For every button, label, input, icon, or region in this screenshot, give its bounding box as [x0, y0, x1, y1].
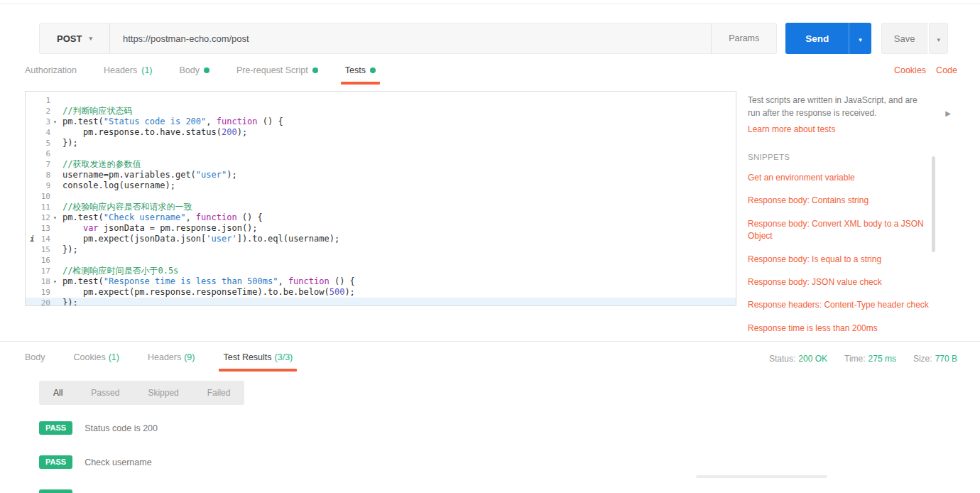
fold-arrow-icon[interactable]: ▾ — [50, 117, 60, 127]
code-line: 19 pm.expect(pm.response.responseTime).t… — [26, 287, 736, 298]
code-text: pm.response.to.have.status(200); — [60, 127, 247, 138]
line-gutter: 20 — [26, 298, 60, 306]
code-text: pm.test("Response time is less than 500m… — [60, 276, 355, 287]
code-line: 17//检测响应时间是否小于0.5s — [26, 266, 736, 276]
green-dot-icon — [312, 67, 318, 73]
active-tab-underline — [219, 369, 297, 372]
filter-all[interactable]: All — [39, 381, 77, 405]
meta-value: 770 B — [935, 354, 957, 364]
line-gutter: 16 — [26, 255, 60, 266]
code-text: //获取发送的参数值 — [60, 159, 141, 170]
response-tab-test-results[interactable]: Test Results(3/3) — [223, 352, 293, 372]
top-divider — [0, 4, 980, 4]
tab-headers[interactable]: Headers(1) — [104, 65, 153, 85]
line-gutter: 11 — [26, 202, 60, 212]
url-input[interactable]: https://postman-echo.com/post — [110, 23, 711, 53]
snippets-scrollbar-thumb[interactable] — [932, 156, 935, 252]
method-dropdown[interactable]: POST ▾ — [40, 23, 110, 53]
send-dropdown-button[interactable]: ▾ — [849, 23, 871, 54]
green-dot-icon — [204, 67, 209, 73]
code-line: 20}); — [26, 298, 736, 306]
line-number: 4 — [45, 127, 50, 138]
tab-count-badge: (1) — [109, 352, 119, 362]
line-number: 6 — [45, 148, 50, 159]
snippet-link[interactable]: Get an environment variable — [748, 172, 930, 184]
tab-label: Body — [180, 65, 200, 75]
tab-pre-request-script[interactable]: Pre-request Script — [236, 65, 318, 85]
snippet-link[interactable]: Response body: Is equal to a string — [748, 254, 930, 266]
fold-arrow-icon[interactable]: ▾ — [50, 212, 60, 223]
snippets-list: Get an environment variableResponse body… — [748, 172, 930, 335]
code-text: console.log(username); — [60, 180, 175, 191]
tab-tests[interactable]: Tests — [345, 65, 376, 85]
code-line: 2//判断响应状态码 — [26, 106, 736, 117]
save-button[interactable]: Save — [881, 23, 928, 54]
line-gutter: 18▾ — [26, 276, 60, 287]
code-link[interactable]: Code — [936, 65, 957, 75]
line-gutter: 6 — [26, 148, 60, 159]
collapse-panel-icon[interactable]: ▶ — [945, 109, 951, 117]
line-number: 9 — [45, 180, 50, 191]
line-gutter: 2 — [26, 106, 60, 117]
tests-side-panel: Test scripts are written in JavaScript, … — [748, 91, 955, 335]
tests-code-editor[interactable]: 12//判断响应状态码3▾pm.test("Status code is 200… — [25, 91, 736, 306]
filter-skipped[interactable]: Skipped — [134, 381, 192, 405]
code-text: }); — [60, 138, 78, 148]
filter-passed[interactable]: Passed — [77, 381, 134, 405]
code-line: 3▾pm.test("Status code is 200", function… — [26, 117, 736, 127]
tab-authorization[interactable]: Authorization — [25, 65, 77, 85]
code-line: i14 pm.expect(jsonData.json['user']).to.… — [26, 234, 736, 244]
snippet-link[interactable]: Response body: Contains string — [748, 195, 930, 207]
lint-info-icon: i — [30, 234, 35, 244]
line-number: 14 — [41, 234, 50, 244]
code-text — [60, 191, 62, 202]
response-tabs: BodyCookies(1)Headers(9)Test Results(3/3… — [25, 352, 321, 372]
send-button[interactable]: Send — [785, 23, 849, 54]
tab-count-badge: (9) — [184, 352, 195, 362]
code-line: 7//获取发送的参数值 — [26, 159, 736, 170]
test-results-list: PASSStatus code is 200PASSCheck username… — [39, 421, 980, 493]
line-number: 20 — [41, 298, 50, 306]
code-line: 16 — [26, 255, 736, 266]
response-tab-body[interactable]: Body — [25, 352, 45, 372]
code-text: //校验响应内容是否和请求的一致 — [60, 202, 192, 212]
snippet-link[interactable]: Response body: Convert XML body to a JSO… — [748, 218, 930, 243]
tab-label: Headers — [148, 352, 181, 362]
line-number: 7 — [45, 159, 50, 170]
tab-label: Tests — [345, 65, 366, 75]
test-result-row: PASSResponse time is less than 500ms — [39, 489, 980, 493]
code-text: var jsonData = pm.response.json(); — [60, 223, 258, 234]
horizontal-scrollbar-thumb[interactable] — [696, 475, 827, 478]
cookies-link[interactable]: Cookies — [894, 65, 926, 75]
learn-more-link[interactable]: Learn more about tests — [748, 124, 835, 134]
green-dot-icon — [370, 67, 376, 73]
snippet-link[interactable]: Response headers: Content-Type header ch… — [748, 299, 930, 311]
tab-body[interactable]: Body — [180, 65, 210, 85]
line-number: 15 — [41, 244, 50, 255]
request-tabs-bar: AuthorizationHeaders(1)BodyPre-request S… — [25, 65, 957, 85]
line-gutter: 1 — [26, 95, 60, 106]
code-text: }); — [60, 244, 78, 255]
snippet-link[interactable]: Response time is less than 200ms — [748, 323, 930, 335]
fold-arrow-icon[interactable]: ▾ — [50, 276, 60, 287]
code-text: }); — [60, 298, 78, 306]
snippet-link[interactable]: Response body: JSON value check — [748, 276, 930, 288]
code-text: pm.expect(pm.response.responseTime).to.b… — [60, 287, 355, 298]
params-button[interactable]: Params — [711, 23, 776, 53]
chevron-down-icon: ▾ — [859, 36, 862, 43]
line-gutter: 12▾ — [26, 212, 60, 223]
meta-label: Time: — [844, 354, 866, 364]
request-tab-links: Cookies Code — [894, 65, 957, 75]
code-text: pm.test("Check username", function () { — [60, 212, 263, 223]
response-tab-cookies[interactable]: Cookies(1) — [74, 352, 119, 372]
tab-label: Test Results — [223, 352, 271, 362]
line-number: 1 — [45, 95, 50, 106]
save-dropdown-button[interactable]: ▾ — [929, 23, 948, 54]
test-result-row: PASSStatus code is 200 — [39, 421, 980, 435]
filter-failed[interactable]: Failed — [193, 381, 245, 405]
pass-badge: PASS — [39, 455, 72, 469]
code-line: 4 pm.response.to.have.status(200); — [26, 127, 736, 138]
response-tab-headers[interactable]: Headers(9) — [148, 352, 195, 372]
meta-value: 275 ms — [869, 354, 896, 364]
code-text: //判断响应状态码 — [60, 106, 132, 117]
